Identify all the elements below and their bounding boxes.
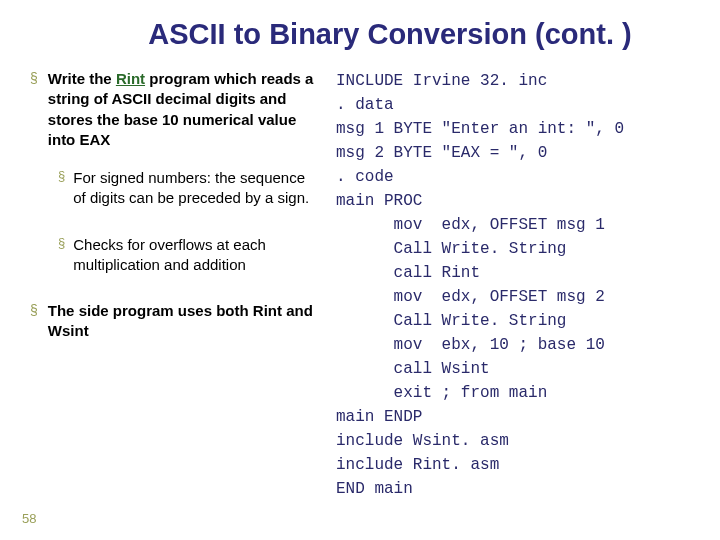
code-line: msg 1 BYTE "Enter an int: ", 0	[336, 120, 624, 138]
code-line: mov edx, OFFSET msg 1	[336, 216, 605, 234]
code-block: INCLUDE Irvine 32. inc . data msg 1 BYTE…	[330, 69, 710, 501]
code-line: INCLUDE Irvine 32. inc	[336, 72, 547, 90]
bullet-marker: §	[58, 168, 65, 209]
slide-title: ASCII to Binary Conversion (cont. )	[0, 0, 720, 61]
bullet-1-pre: Write the	[48, 70, 116, 87]
bullet-1: § Write the Rint program which reads a s…	[30, 69, 320, 150]
left-column: § Write the Rint program which reads a s…	[30, 69, 330, 501]
bullet-text: Checks for overflows at each multiplicat…	[73, 235, 320, 276]
rint-link: Rint	[116, 70, 145, 87]
code-line: call Rint	[336, 264, 480, 282]
bullet-text: Write the Rint program which reads a str…	[48, 69, 320, 150]
bullet-2: § For signed numbers: the sequence of di…	[58, 168, 320, 209]
code-line: main ENDP	[336, 408, 422, 426]
bullet-4: § The side program uses both Rint and Ws…	[30, 301, 320, 342]
bullet-3: § Checks for overflows at each multiplic…	[58, 235, 320, 276]
bullet-marker: §	[30, 69, 38, 150]
code-line: include Wsint. asm	[336, 432, 509, 450]
page-number: 58	[22, 511, 36, 526]
code-line: Call Write. String	[336, 312, 566, 330]
bullet-text: The side program uses both Rint and Wsin…	[48, 301, 320, 342]
bullet-text: For signed numbers: the sequence of digi…	[73, 168, 320, 209]
code-line: . data	[336, 96, 394, 114]
code-line: msg 2 BYTE "EAX = ", 0	[336, 144, 547, 162]
code-line: mov edx, OFFSET msg 2	[336, 288, 605, 306]
code-line: . code	[336, 168, 394, 186]
code-line: Call Write. String	[336, 240, 566, 258]
code-line: mov ebx, 10 ; base 10	[336, 336, 605, 354]
code-line: include Rint. asm	[336, 456, 499, 474]
code-line: exit ; from main	[336, 384, 547, 402]
bullet-marker: §	[30, 301, 38, 342]
code-line: call Wsint	[336, 360, 490, 378]
bullet-marker: §	[58, 235, 65, 276]
code-line: main PROC	[336, 192, 422, 210]
content-area: § Write the Rint program which reads a s…	[0, 61, 720, 501]
code-line: END main	[336, 480, 413, 498]
